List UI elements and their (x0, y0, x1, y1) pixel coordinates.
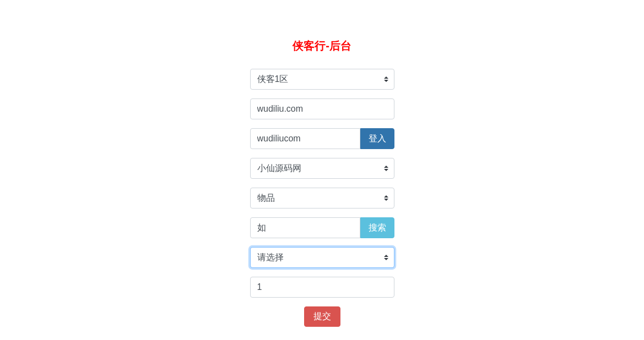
role-group: 小仙源码网 (250, 158, 394, 179)
admin-form-container: 侠客行-后台 侠客1区 登入 小仙源码网 物品 搜索 请选择 (250, 0, 394, 340)
quantity-input[interactable] (250, 277, 394, 298)
password-input-group: 登入 (250, 128, 394, 149)
role-select[interactable]: 小仙源码网 (250, 158, 394, 179)
page-title: 侠客行-后台 (250, 39, 394, 53)
quantity-group (250, 277, 394, 298)
search-input[interactable] (250, 217, 360, 238)
category-select[interactable]: 物品 (250, 188, 394, 209)
password-input[interactable] (250, 128, 360, 149)
search-group: 搜索 (250, 217, 394, 238)
result-select[interactable]: 请选择 (250, 247, 394, 268)
submit-wrap: 提交 (250, 306, 394, 327)
search-button[interactable]: 搜索 (360, 217, 394, 238)
search-input-group: 搜索 (250, 217, 394, 238)
zone-select[interactable]: 侠客1区 (250, 69, 394, 90)
account-group (250, 98, 394, 119)
password-group: 登入 (250, 128, 394, 149)
login-button[interactable]: 登入 (360, 128, 394, 149)
account-input[interactable] (250, 98, 394, 119)
result-group: 请选择 (250, 247, 394, 268)
submit-button[interactable]: 提交 (304, 306, 340, 327)
zone-group: 侠客1区 (250, 69, 394, 90)
category-group: 物品 (250, 188, 394, 209)
